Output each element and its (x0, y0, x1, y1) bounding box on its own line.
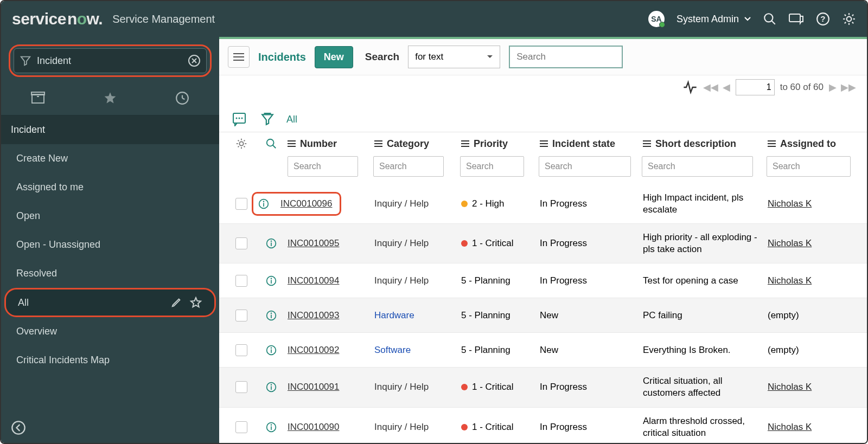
page-current-input[interactable] (736, 79, 775, 95)
collapse-icon[interactable] (11, 420, 26, 435)
incident-link[interactable]: INC0010090 (288, 422, 339, 432)
activity-stream-icon[interactable] (232, 112, 248, 126)
svg-line-37 (238, 140, 239, 141)
assigned-link[interactable]: Nicholas K (768, 275, 812, 286)
column-search-row (219, 153, 867, 184)
category-link[interactable]: Software (374, 345, 411, 355)
sidebar-item[interactable]: Create New (1, 144, 219, 173)
state-cell: In Progress (540, 382, 643, 392)
assigned-link[interactable]: Nicholas K (768, 422, 812, 432)
personalize-gear-icon[interactable] (235, 138, 247, 150)
preview-icon[interactable] (257, 197, 271, 211)
funnel-icon (20, 55, 31, 67)
svg-line-12 (845, 22, 846, 23)
search-priority[interactable] (460, 156, 524, 177)
gear-icon[interactable] (842, 12, 856, 26)
incident-link[interactable]: INC0010094 (288, 275, 339, 286)
svg-rect-63 (271, 426, 272, 430)
search-description[interactable] (642, 156, 753, 177)
incident-link[interactable]: INC0010092 (288, 345, 339, 355)
search-number[interactable] (288, 156, 358, 177)
search-input[interactable] (509, 46, 623, 68)
row-checkbox[interactable] (235, 344, 247, 356)
preview-icon[interactable] (264, 420, 278, 434)
svg-point-53 (271, 312, 272, 314)
preview-icon[interactable] (264, 380, 278, 394)
col-number[interactable]: Number (288, 138, 374, 150)
filter-funnel-icon[interactable] (260, 112, 275, 126)
sort-icon (643, 140, 651, 147)
box-icon (31, 91, 45, 104)
row-checkbox[interactable] (235, 421, 247, 433)
preview-icon[interactable] (264, 236, 278, 250)
col-description[interactable]: Short description (643, 138, 768, 150)
nav-section-incident[interactable]: Incident (1, 115, 219, 144)
breadcrumb-all[interactable]: All (286, 114, 297, 125)
col-assigned[interactable]: Assigned to (768, 138, 854, 150)
new-button[interactable]: New (315, 46, 353, 68)
sidebar-item[interactable]: Critical Incidents Map (1, 346, 219, 375)
search-state[interactable] (539, 156, 631, 177)
svg-rect-54 (271, 314, 272, 318)
assigned-link[interactable]: Nicholas K (768, 198, 812, 209)
tab-applications[interactable] (15, 88, 61, 108)
help-icon[interactable]: ? (816, 12, 830, 26)
page-last[interactable]: ▶▶ (841, 81, 856, 93)
row-highlight: INC0010096 (252, 192, 341, 216)
preview-icon[interactable] (264, 343, 278, 357)
sidebar: Incident Create NewAssigned to meOpenOpe… (1, 37, 219, 443)
incident-link[interactable]: INC0010096 (280, 198, 332, 209)
row-checkbox[interactable] (235, 237, 247, 249)
svg-rect-51 (271, 280, 272, 284)
sidebar-item[interactable]: Resolved (1, 259, 219, 288)
state-cell: In Progress (540, 238, 643, 249)
assigned-link[interactable]: Nicholas K (768, 238, 812, 248)
sidebar-item[interactable]: Overview (1, 317, 219, 346)
filter-input[interactable] (37, 55, 182, 67)
search-category[interactable] (373, 156, 444, 177)
sidebar-item[interactable]: Open - Unassigned (1, 230, 219, 259)
row-checkbox[interactable] (235, 198, 247, 210)
page-next[interactable]: ▶ (829, 81, 837, 93)
category-link[interactable]: Hardware (374, 310, 414, 320)
assigned-link[interactable]: Nicholas K (768, 382, 812, 392)
star-outline-icon[interactable] (189, 296, 202, 309)
incident-link[interactable]: INC0010093 (288, 310, 339, 320)
user-menu[interactable]: System Admin (676, 14, 751, 25)
filter-navigator[interactable] (14, 48, 207, 73)
svg-line-13 (852, 15, 853, 16)
activity-icon[interactable] (682, 80, 698, 95)
search-type-select[interactable]: for text (408, 46, 500, 68)
incident-link[interactable]: INC0010091 (288, 382, 339, 392)
incident-link[interactable]: INC0010095 (288, 238, 339, 248)
col-priority[interactable]: Priority (461, 138, 540, 150)
row-checkbox[interactable] (235, 275, 247, 287)
preview-icon[interactable] (264, 308, 278, 323)
page-prev[interactable]: ◀ (723, 81, 730, 93)
table-row: INC0010090Inquiry / Help1 - CriticalIn P… (219, 408, 867, 443)
avatar[interactable]: SA (648, 11, 665, 27)
col-category[interactable]: Category (374, 138, 461, 150)
svg-point-23 (12, 421, 24, 434)
row-checkbox[interactable] (235, 310, 247, 321)
priority-cell: 1 - Critical (461, 382, 540, 392)
edit-icon[interactable] (171, 296, 183, 308)
list-menu-button[interactable] (228, 46, 250, 68)
col-state[interactable]: Incident state (540, 138, 643, 150)
sidebar-item[interactable]: Open (1, 202, 219, 230)
clock-icon (175, 91, 189, 105)
clear-icon[interactable] (188, 54, 201, 67)
tab-history[interactable] (159, 88, 206, 108)
search-assigned[interactable] (767, 156, 851, 177)
sidebar-item[interactable]: Assigned to me (1, 173, 219, 202)
user-label: System Admin (676, 14, 739, 25)
sidebar-item[interactable]: All (4, 288, 216, 317)
priority-cell: 5 - Planning (461, 345, 540, 356)
chat-icon[interactable] (789, 12, 804, 25)
column-search-icon[interactable] (265, 138, 277, 150)
row-checkbox[interactable] (235, 381, 247, 393)
page-first[interactable]: ◀◀ (703, 81, 718, 93)
search-icon[interactable] (763, 12, 777, 26)
tab-favorites[interactable] (87, 88, 133, 108)
preview-icon[interactable] (264, 274, 278, 288)
